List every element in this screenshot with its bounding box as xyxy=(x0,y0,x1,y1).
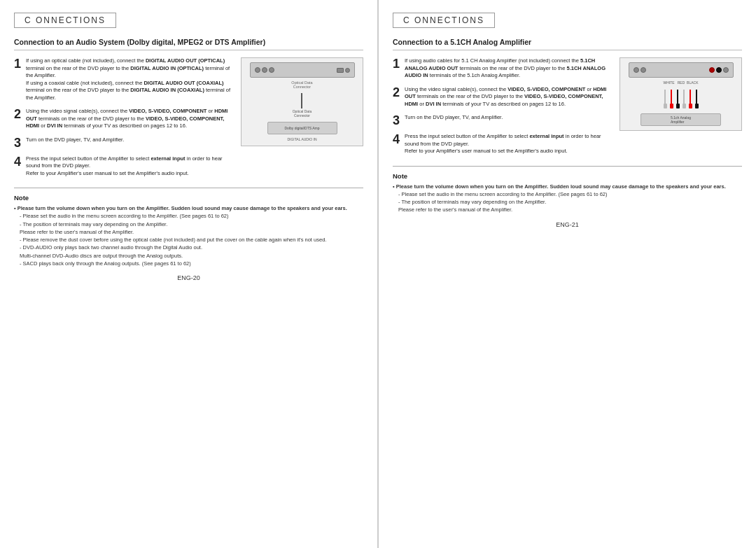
step-num-2: 2 xyxy=(14,108,24,120)
port-3 xyxy=(269,67,274,73)
right-step-num-3: 3 xyxy=(393,114,402,127)
page-container: C ONNECTIONS Connection to an Audio Syst… xyxy=(0,0,756,548)
port-2 xyxy=(262,67,267,73)
right-note-item-2: The position of terminals may vary depen… xyxy=(398,198,742,214)
left-step-3: 3 Turn on the DVD player, TV, and Amplif… xyxy=(14,136,237,149)
right-step-1: 1 If using audio cables for 5.1 CH Analo… xyxy=(393,57,615,80)
dvd-ports-left xyxy=(255,67,274,73)
right-port-3 xyxy=(723,67,729,73)
amplifier-box: Dolby digital/DTS Amp xyxy=(267,122,337,134)
right-dvd-ports-left xyxy=(634,67,646,73)
right-cable-3 xyxy=(676,90,680,108)
right-port-2 xyxy=(640,67,646,73)
left-page-num: ENG-20 xyxy=(14,274,363,281)
port-4 xyxy=(345,68,350,73)
step-num-1: 1 xyxy=(14,57,24,70)
left-note-item-2: The position of terminals may vary depen… xyxy=(20,220,363,237)
right-diagram: WHITE RED BLACK xyxy=(620,57,742,162)
right-step-2: 2 Using the video signal cable(s), conne… xyxy=(393,86,615,108)
right-page-num: ENG-21 xyxy=(393,221,742,228)
cable-label-optical: Optical DataConnector xyxy=(293,109,312,118)
right-step-3: 3 Turn on the DVD player, TV, and Amplif… xyxy=(393,114,615,127)
right-header: C ONNECTIONS xyxy=(393,13,495,28)
right-steps-list: 1 If using audio cables for 5.1 CH Analo… xyxy=(393,57,615,162)
right-note-item-1: Please set the audio in the menu screen … xyxy=(398,190,742,198)
right-step-text-2: Using the video signal cable(s), connect… xyxy=(405,86,615,108)
right-note-section: Note • Please turn the volume down when … xyxy=(393,166,742,214)
left-step-1: 1 If using an optical cable (not include… xyxy=(14,57,237,101)
left-diagram: Optical DataConnector Optical DataConnec… xyxy=(241,57,363,183)
left-note-list: Please set the audio in the menu screen … xyxy=(14,212,363,267)
dvd-ports-right xyxy=(337,68,350,73)
port-rect-1 xyxy=(337,68,344,73)
cable-group: Optical DataConnector xyxy=(293,93,312,118)
right-section-title: Connection to a 5.1CH Analog Amplifier xyxy=(393,38,742,50)
left-section-title: Connection to an Audio System (Dolby dig… xyxy=(14,38,363,50)
right-cable-group xyxy=(664,90,699,108)
left-note-bold: • Please turn the volume down when you t… xyxy=(14,204,363,212)
right-dvd-ports-right xyxy=(709,67,729,73)
right-page: C ONNECTIONS Connection to a 5.1CH Analo… xyxy=(378,0,756,548)
right-step-text-3: Turn on the DVD player, TV, and Amplifie… xyxy=(405,114,503,122)
right-cable-1 xyxy=(664,90,667,108)
right-note-text: • Please turn the volume down when you t… xyxy=(393,183,742,214)
cable-wire xyxy=(301,93,302,108)
step-num-3: 3 xyxy=(14,136,24,149)
step-text-4: Press the input select button of the Amp… xyxy=(26,155,237,178)
right-port-red xyxy=(709,67,715,73)
left-note-text: • Please turn the volume down when you t… xyxy=(14,204,363,267)
right-cable-2 xyxy=(670,90,673,108)
port-1 xyxy=(255,67,260,73)
right-amp-label: 5.1ch AnalogAmplifier xyxy=(671,115,691,124)
right-port-1 xyxy=(634,67,639,73)
step-num-4: 4 xyxy=(14,155,24,168)
right-step-text-1: If using audio cables for 5.1 CH Analog … xyxy=(405,57,615,80)
right-note-title: Note xyxy=(393,172,742,180)
right-step-4: 4 Press the input select button of the A… xyxy=(393,133,615,155)
left-diagram-box: Optical DataConnector Optical DataConnec… xyxy=(241,57,363,146)
right-step-num-4: 4 xyxy=(393,133,402,146)
left-note-item-4: DVD-AUDIO only plays back two channel au… xyxy=(20,244,363,260)
right-cable-4 xyxy=(682,90,686,108)
right-note-bold: • Please turn the volume down when you t… xyxy=(393,183,742,190)
right-step-num-1: 1 xyxy=(393,57,402,70)
right-dvd-player-top xyxy=(629,62,734,78)
left-note-item-3: Please remove the dust cover before usin… xyxy=(20,236,363,244)
dvd-player-top xyxy=(250,62,355,78)
right-cable-6 xyxy=(695,90,699,108)
right-note-list: Please set the audio in the menu screen … xyxy=(393,190,742,214)
right-port-black xyxy=(716,67,722,73)
left-note-item-5: SACD plays back only through the Analog … xyxy=(20,260,363,267)
right-step-text-4: Press the input select button of the Amp… xyxy=(405,133,615,155)
amplifier-label: Dolby digital/DTS Amp xyxy=(284,126,319,130)
step-text-2: Using the video signal cable(s), connect… xyxy=(26,108,237,130)
left-header: C ONNECTIONS xyxy=(14,13,116,28)
step-text-3: Turn on the DVD player, TV, and Amplifie… xyxy=(26,136,124,144)
left-steps-list: 1 If using an optical cable (not include… xyxy=(14,57,237,183)
right-port-labels: WHITE RED BLACK xyxy=(663,80,698,85)
right-diagram-box: WHITE RED BLACK xyxy=(620,57,742,131)
right-step-num-2: 2 xyxy=(393,86,402,99)
dvd-label: Optical DataConnector xyxy=(291,80,312,89)
left-step-4: 4 Press the input select button of the A… xyxy=(14,155,237,178)
digital-audio-in-label: DIGITAL AUDIO IN xyxy=(287,137,316,141)
right-cable-5 xyxy=(689,90,692,108)
optical-cable: Optical DataConnector xyxy=(293,93,312,118)
left-page: C ONNECTIONS Connection to an Audio Syst… xyxy=(0,0,378,548)
left-steps-area: 1 If using an optical cable (not include… xyxy=(14,57,363,183)
left-step-2: 2 Using the video signal cable(s), conne… xyxy=(14,108,237,130)
left-note-section: Note • Please turn the volume down when … xyxy=(14,188,363,267)
left-note-item-1: Please set the audio in the menu screen … xyxy=(20,212,363,220)
left-note-title: Note xyxy=(14,194,363,202)
step-text-1: If using an optical cable (not included)… xyxy=(26,57,237,101)
right-steps-area: 1 If using audio cables for 5.1 CH Analo… xyxy=(393,57,742,162)
right-amp-box: 5.1ch AnalogAmplifier xyxy=(640,113,721,126)
